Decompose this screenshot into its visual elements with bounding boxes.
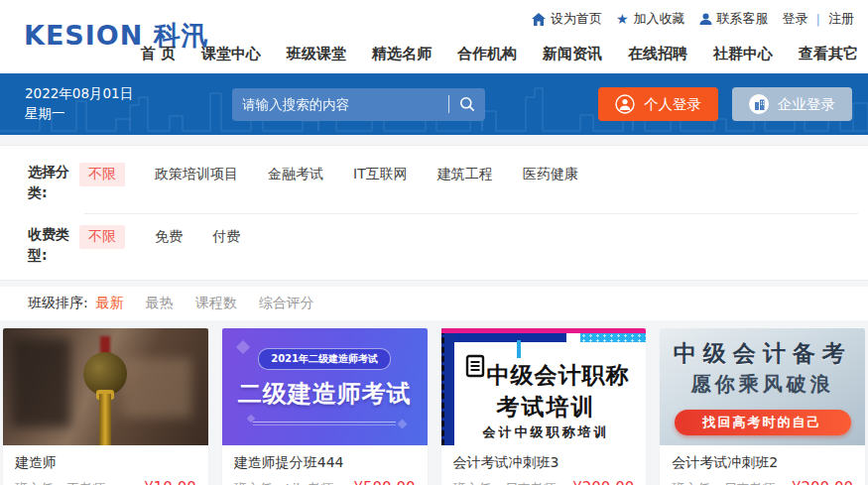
class-card-kuaiji-2[interactable]: 中级会计备考 愿你乘风破浪 找回高考时的自己 会计考试冲刺班2 班主任：尼克老师… <box>660 328 865 485</box>
category-option-policy-training[interactable]: 政策培训项目 <box>155 166 238 183</box>
class-card-kuaiji-3[interactable]: 中级会计职称 考试培训 会计中级职称培训 会计考试冲刺班3 班主任：尼克老师 ¥… <box>441 328 647 485</box>
auth-divider: | <box>816 12 820 27</box>
category-option-all[interactable]: 不限 <box>79 163 125 186</box>
course-cover-accounting-title: 中级会计职称 考试培训 会计中级职称培训 <box>441 328 647 445</box>
company-login-button[interactable]: 企业登录 <box>732 87 852 121</box>
current-date: 2022年08月01日 <box>25 84 133 104</box>
filter-divider <box>84 213 858 214</box>
login-buttons: 个人登录 企业登录 <box>598 87 852 121</box>
card-body: 会计考试冲刺班3 班主任：尼克老师 ¥200.00 <box>441 445 647 485</box>
nav-item-home[interactable]: 首 页 <box>141 45 176 63</box>
card-title: 建造师 <box>15 454 196 472</box>
cover-ribbon: 找回高考时的自己 <box>675 410 851 435</box>
sort-option-newest[interactable]: 最新 <box>96 295 124 312</box>
category-option-construction[interactable]: 建筑工程 <box>437 166 493 183</box>
course-cover-builder-exam: 2021年二级建造师考试 二级建造师考试 <box>222 328 428 445</box>
search-box <box>232 88 485 121</box>
company-login-label: 企业登录 <box>778 95 835 114</box>
search-divider <box>448 95 449 113</box>
site-header: KESION 科汛 设为首页 ★ 加入收藏 联系客服 登录 | 注册 首 页 课… <box>0 0 868 73</box>
class-card-jianzaoshi[interactable]: 建造师 班主任：王老师 ¥10.00 1 1 0 <box>3 328 208 485</box>
fee-option-all[interactable]: 不限 <box>79 225 125 249</box>
cover-headline-1: 中级会计备考 <box>674 338 852 369</box>
card-price: ¥200.00 <box>572 479 634 485</box>
personal-login-label: 个人登录 <box>644 95 701 114</box>
card-teacher: 班主任：尼克老师 <box>672 480 775 485</box>
nav-item-partners[interactable]: 合作机构 <box>457 45 517 63</box>
cover-badge: 2021年二级建造师考试 <box>258 348 391 370</box>
company-building-icon <box>749 94 769 114</box>
set-home-link[interactable]: 设为首页 <box>532 10 602 28</box>
contact-service-label: 联系客服 <box>717 10 769 28</box>
nav-item-news[interactable]: 新闻资讯 <box>543 45 602 63</box>
notebook-icon <box>465 354 485 378</box>
nav-item-classroom-center[interactable]: 课堂中心 <box>201 45 261 63</box>
date-block: 2022年08月01日 星期一 <box>25 84 133 123</box>
cover-headline: 二级建造师考试 <box>238 378 412 410</box>
card-body: 建造师 班主任：王老师 ¥10.00 <box>3 445 208 485</box>
card-body: 建造师提分班444 班主任：Lily老师 ¥500.00 <box>222 445 428 485</box>
fee-option-paid[interactable]: 付费 <box>212 228 240 246</box>
nav-item-jobs[interactable]: 在线招聘 <box>628 45 687 63</box>
card-title: 建造师提分班444 <box>234 454 416 472</box>
class-card-grid: 建造师 班主任：王老师 ¥10.00 1 1 0 2021年二级建造 <box>0 320 868 485</box>
sort-label: 班级排序: <box>28 295 88 312</box>
fee-options: 不限 免费 付费 <box>79 224 240 249</box>
card-teacher: 班主任：王老师 <box>15 480 105 485</box>
category-filter-row: 选择分类: 不限 政策培训项目 金融考试 IT互联网 建筑工程 医药健康 <box>0 156 868 209</box>
card-price: ¥10.00 <box>144 479 196 485</box>
cover-headline-2: 愿你乘风破浪 <box>691 371 834 398</box>
course-cover-microphone-photo <box>3 328 208 445</box>
card-title: 会计考试冲刺班3 <box>453 454 635 472</box>
class-card-jianzaoshi-tifen[interactable]: 2021年二级建造师考试 二级建造师考试 建造师提分班444 班主任：Lily老… <box>222 328 428 485</box>
nav-item-community[interactable]: 社群中心 <box>713 45 773 63</box>
card-price: ¥200.00 <box>792 479 853 485</box>
sort-option-rating[interactable]: 综合评分 <box>259 295 314 312</box>
card-price: ¥500.00 <box>353 479 415 485</box>
utility-bar: 设为首页 ★ 加入收藏 联系客服 登录 | 注册 <box>532 10 854 28</box>
fee-option-free[interactable]: 免费 <box>155 228 183 246</box>
current-weekday: 星期一 <box>25 104 133 124</box>
set-home-label: 设为首页 <box>551 10 602 28</box>
category-option-it-internet[interactable]: IT互联网 <box>353 166 408 183</box>
main-nav: 首 页 课堂中心 班级课堂 精选名师 合作机构 新闻资讯 在线招聘 社群中心 查… <box>141 45 858 63</box>
favorite-link[interactable]: ★ 加入收藏 <box>616 10 685 28</box>
search-input[interactable] <box>242 96 438 112</box>
home-icon <box>532 13 546 26</box>
category-option-medical-health[interactable]: 医药健康 <box>523 166 578 183</box>
login-link[interactable]: 登录 <box>783 10 808 28</box>
fee-filter-row: 收费类型: 不限 免费 付费 <box>0 218 868 272</box>
sort-bar: 班级排序: 最新 最热 课程数 综合评分 <box>0 287 868 320</box>
personal-user-icon <box>615 94 635 114</box>
contact-service-link[interactable]: 联系客服 <box>699 10 769 28</box>
nav-item-class-courses[interactable]: 班级课堂 <box>287 45 346 63</box>
nav-item-more[interactable]: 查看其它 <box>799 45 858 63</box>
auth-links: 登录 | 注册 <box>783 10 854 28</box>
person-icon <box>699 13 712 26</box>
personal-login-button[interactable]: 个人登录 <box>598 87 718 121</box>
category-filter-label: 选择分类: <box>28 162 79 203</box>
fee-filter-label: 收费类型: <box>28 224 79 266</box>
cover-subtitle: 会计中级职称培训 <box>483 424 610 441</box>
register-link[interactable]: 注册 <box>828 10 854 28</box>
nav-item-featured-teachers[interactable]: 精选名师 <box>372 45 432 63</box>
card-teacher: 班主任：尼克老师 <box>453 480 557 485</box>
card-body: 会计考试冲刺班2 班主任：尼克老师 ¥200.00 <box>660 445 865 485</box>
sort-option-course-count[interactable]: 课程数 <box>195 295 237 312</box>
category-option-finance-exam[interactable]: 金融考试 <box>268 166 323 183</box>
sort-option-hottest[interactable]: 最热 <box>146 295 174 312</box>
hero-banner: 2022年08月01日 星期一 个人登录 企业登录 <box>0 73 868 135</box>
cover-underline <box>253 422 397 425</box>
card-title: 会计考试冲刺班2 <box>672 454 853 472</box>
favorite-label: 加入收藏 <box>634 10 685 28</box>
course-cover-accounting-prep: 中级会计备考 愿你乘风破浪 找回高考时的自己 <box>660 328 865 445</box>
star-icon: ★ <box>616 11 629 27</box>
card-teacher: 班主任：Lily老师 <box>234 480 333 485</box>
cover-headline-1: 中级会计职称 <box>487 360 630 391</box>
category-options: 不限 政策培训项目 金融考试 IT互联网 建筑工程 医药健康 <box>79 162 578 186</box>
filter-panel: 选择分类: 不限 政策培训项目 金融考试 IT互联网 建筑工程 医药健康 收费类… <box>0 145 868 281</box>
search-icon[interactable] <box>459 96 475 112</box>
cover-headline-2: 考试培训 <box>497 392 596 423</box>
